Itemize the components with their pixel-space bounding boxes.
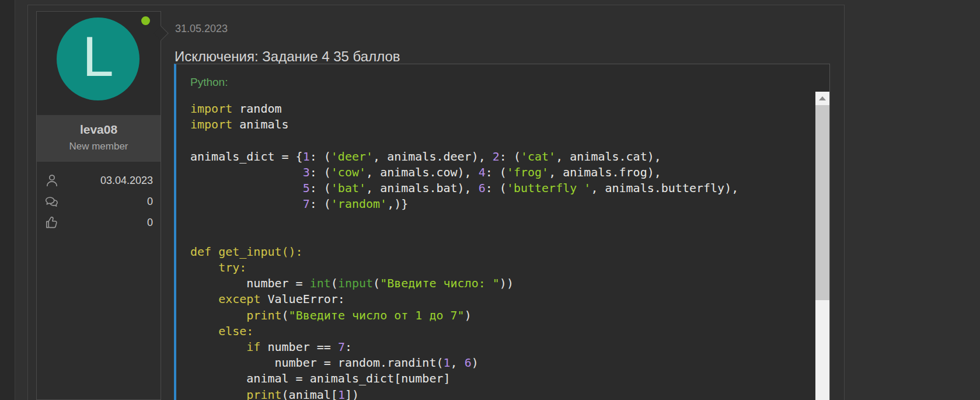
scrollbar[interactable] [815,92,829,400]
username-link[interactable]: leva08 [37,123,161,137]
code-line: except ValueError: [190,291,810,307]
stat-row: 0 [44,191,153,212]
code-line: print(animal[1]) [190,387,810,400]
forum-page: L leva08 New member 03.04.202300 31.05.2… [0,0,980,400]
user-sidebar: L leva08 New member 03.04.202300 [36,11,161,400]
scroll-up-arrow-icon [819,96,826,100]
messages-icon [44,194,60,209]
scrollbar-up-button[interactable] [815,92,829,105]
code-content: import randomimport animals animals_dict… [176,92,829,400]
code-line: number = int(input("Введите число: ")) [190,276,810,291]
avatar[interactable]: L [57,18,139,100]
stat-value: 0 [147,217,153,229]
code-line: animal = animals_dict[number] [190,371,810,387]
stat-value: 0 [147,196,153,208]
code-line: 5: ('bat', animals.bat), 6: ('butterfly … [190,180,810,196]
user-title: New member [37,141,161,152]
code-line: def get_input(): [190,244,810,260]
stat-row: 03.04.2023 [44,170,153,191]
avatar-letter: L [82,29,113,85]
code-line: 7: ('random',)} [190,196,810,212]
code-line: import animals [190,117,810,133]
code-line: import random [190,101,810,117]
code-line [190,212,810,228]
online-indicator-icon [141,16,150,25]
stat-row: 0 [44,212,153,233]
code-line: 3: ('cow', animals.cow), 4: ('frog', ani… [190,165,810,180]
stat-value: 03.04.2023 [100,175,153,187]
code-line [190,133,810,148]
avatar-area: L [37,12,161,115]
code-line: number = random.randint(1, 6) [190,355,810,371]
scrollbar-thumb[interactable] [815,105,829,300]
code-line: else: [190,324,810,339]
code-line: try: [190,260,810,276]
post-title: Исключения: Задание 4 35 баллов [175,48,400,65]
user-stats: 03.04.202300 [37,162,161,241]
code-line [190,228,810,244]
code-line: if number == 7: [190,339,810,355]
post-container: L leva08 New member 03.04.202300 31.05.2… [27,5,845,400]
code-line: print("Введите число от 1 до 7") [190,308,810,324]
likes-icon [44,215,60,230]
page-gutter [0,0,15,400]
post-date[interactable]: 31.05.2023 [175,23,228,35]
sidebar-tail [154,26,168,40]
code-scroll-area[interactable]: import randomimport animals animals_dict… [176,92,829,400]
code-block: Python: import randomimport animals anim… [174,64,830,400]
code-line: animals_dict = {1: ('deer', animals.deer… [190,149,810,165]
code-language-label: Python: [190,76,829,89]
user-icon [44,173,60,188]
user-ident: leva08 New member [37,115,161,162]
